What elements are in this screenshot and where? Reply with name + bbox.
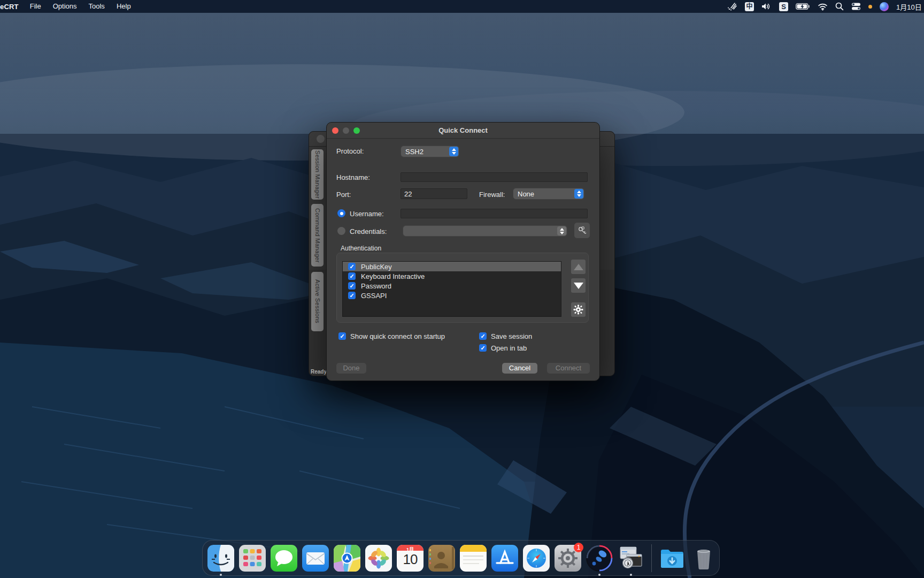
dock-trash-icon[interactable] — [690, 545, 717, 572]
dialog-title: Quick Connect — [327, 126, 599, 134]
firewall-label: Firewall: — [479, 191, 505, 199]
app-menu-label[interactable]: eCRT — [0, 3, 24, 11]
toolbar-button-icon[interactable] — [317, 135, 325, 143]
wifi-icon[interactable] — [818, 0, 828, 13]
spotlight-search-icon[interactable] — [835, 0, 844, 13]
move-down-button[interactable] — [571, 278, 586, 293]
desktop: eCRT File Options Tools Help 中 S — [0, 0, 924, 578]
manage-keys-button[interactable] — [574, 223, 590, 238]
menu-tools[interactable]: Tools — [83, 0, 111, 13]
auth-row-publickey[interactable]: ✓ PublicKey — [343, 262, 561, 271]
dock-photos-icon[interactable] — [365, 545, 392, 572]
show-quick-connect-label: Show quick connect on startup — [350, 332, 445, 340]
dock-messages-icon[interactable] — [271, 545, 297, 572]
menu-bar-date[interactable]: 1月10日 — [896, 2, 924, 12]
menu-file[interactable]: File — [24, 0, 47, 13]
tab-active-sessions[interactable]: Active Sessions — [311, 272, 324, 331]
credentials-radio[interactable] — [337, 227, 345, 235]
s-app-menu-icon[interactable]: S — [779, 2, 788, 11]
auth-row-password[interactable]: ✓ Password — [343, 281, 561, 291]
input-source-icon[interactable]: 中 — [745, 2, 754, 11]
dock-launchpad-icon[interactable] — [239, 545, 266, 572]
volume-icon[interactable] — [761, 0, 772, 13]
running-indicator — [220, 574, 222, 576]
username-label: Username: — [350, 210, 384, 218]
gear-icon — [573, 305, 583, 315]
authentication-group-label: Authentication — [341, 245, 381, 252]
dock-notes-icon[interactable] — [460, 545, 487, 572]
auth-row-gssapi[interactable]: ✓ GSSAPI — [343, 291, 561, 300]
save-session-label: Save session — [491, 332, 532, 340]
dock-separator — [651, 544, 652, 572]
hostname-input[interactable] — [401, 172, 588, 182]
calendar-day-label: 10 — [397, 551, 424, 568]
down-arrow-icon — [574, 283, 583, 289]
dock-contacts-icon[interactable] — [428, 545, 455, 572]
open-in-tab-label: Open in tab — [491, 344, 527, 352]
notification-dot — [868, 5, 872, 9]
port-label: Port: — [336, 191, 351, 199]
connect-button[interactable]: Connect — [547, 363, 590, 374]
running-indicator — [598, 574, 600, 576]
username-input[interactable] — [401, 209, 588, 218]
dock-finder-icon[interactable] — [207, 545, 234, 572]
password-checkbox[interactable]: ✓ — [348, 282, 356, 290]
protocol-label: Protocol: — [336, 147, 364, 155]
protocol-stepper-icon — [449, 147, 458, 156]
protocol-select[interactable]: SSH2 — [401, 146, 459, 157]
menu-bar: eCRT File Options Tools Help 中 S — [0, 0, 924, 13]
status-ready: Ready — [311, 369, 327, 375]
dialog-titlebar[interactable]: Quick Connect — [327, 123, 599, 139]
keyboard-interactive-checkbox[interactable]: ✓ — [348, 272, 356, 280]
running-indicator — [630, 574, 632, 576]
key-icon — [578, 226, 587, 235]
firewall-stepper-icon — [574, 189, 583, 199]
dock-calendar-icon[interactable]: 1月 10 — [397, 545, 424, 572]
dock: 1月 10 — [202, 540, 720, 576]
credentials-label: Credentials: — [350, 227, 387, 235]
battery-charging-icon[interactable] — [796, 0, 810, 13]
show-quick-connect-checkbox[interactable]: ✓ — [338, 332, 346, 340]
siri-icon[interactable] — [880, 2, 889, 11]
auth-row-label: Password — [361, 282, 391, 290]
spray-menu-icon[interactable] — [727, 0, 737, 13]
firewall-value: None — [518, 190, 534, 198]
up-arrow-icon — [574, 264, 583, 270]
dock-media-app-icon[interactable] — [586, 545, 613, 572]
credentials-stepper-icon — [557, 226, 566, 235]
cancel-button[interactable]: Cancel — [502, 363, 537, 374]
control-center-icon[interactable] — [851, 0, 861, 13]
auth-row-keyboard-interactive[interactable]: ✓ Keyboard Interactive — [343, 271, 561, 281]
credentials-select[interactable] — [403, 225, 567, 237]
authentication-list[interactable]: ✓ PublicKey ✓ Keyboard Interactive ✓ Pas… — [342, 261, 561, 317]
tab-command-manager[interactable]: Command Manager — [311, 204, 324, 267]
authentication-groupbox: ✓ PublicKey ✓ Keyboard Interactive ✓ Pas… — [336, 253, 589, 323]
dock-securecrt-icon[interactable] — [618, 545, 644, 572]
dock-app-store-icon[interactable] — [491, 545, 518, 572]
save-session-checkbox[interactable]: ✓ — [479, 332, 487, 340]
auth-row-label: Keyboard Interactive — [361, 272, 425, 280]
auth-row-label: GSSAPI — [361, 292, 387, 300]
dock-maps-icon[interactable] — [334, 545, 360, 572]
open-in-tab-checkbox[interactable]: ✓ — [479, 344, 487, 352]
dock-system-preferences-icon[interactable]: 1 — [555, 545, 581, 572]
port-input[interactable] — [401, 188, 467, 199]
hostname-label: Hostname: — [336, 173, 370, 181]
dock-mail-icon[interactable] — [302, 545, 329, 572]
protocol-value: SSH2 — [405, 148, 424, 156]
tab-session-manager[interactable]: Session Manager — [311, 149, 324, 200]
gssapi-checkbox[interactable]: ✓ — [348, 292, 356, 299]
publickey-checkbox[interactable]: ✓ — [348, 263, 356, 270]
dock-downloads-icon[interactable] — [659, 545, 686, 572]
auth-row-label: PublicKey — [361, 263, 392, 271]
auth-properties-button[interactable] — [571, 302, 586, 317]
quick-connect-dialog: Quick Connect Protocol: SSH2 Hostname: P… — [326, 122, 600, 381]
notification-badge: 1 — [574, 543, 583, 552]
firewall-select[interactable]: None — [513, 188, 584, 200]
dock-safari-icon[interactable] — [523, 545, 550, 572]
move-up-button[interactable] — [571, 260, 586, 274]
menu-help[interactable]: Help — [111, 0, 137, 13]
username-radio[interactable] — [337, 209, 345, 217]
menu-options[interactable]: Options — [47, 0, 83, 13]
done-button[interactable]: Done — [336, 363, 366, 374]
